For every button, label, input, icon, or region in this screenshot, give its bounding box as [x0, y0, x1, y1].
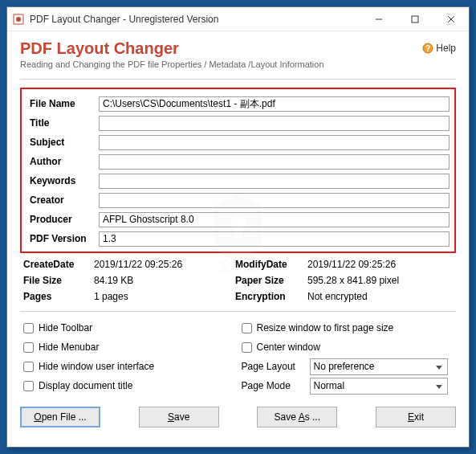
hide-toolbar-checkbox[interactable]: [23, 323, 34, 333]
hide-window-ui-checkbox[interactable]: [23, 362, 34, 372]
center-window-checkbox[interactable]: [242, 342, 252, 353]
file-name-label: File Name: [26, 98, 99, 109]
minimize-button[interactable]: [360, 7, 397, 31]
modify-date-value: 2019/11/22 09:25:26: [307, 259, 456, 270]
button-bar: Open File ... Save Save As ... Exit: [7, 395, 469, 439]
pdf-version-label: PDF Version: [26, 233, 99, 244]
hide-window-ui-label: Hide window user interface: [39, 361, 154, 372]
subject-input[interactable]: [99, 135, 450, 150]
titlebar-text: PDF Layout Changer - Unregistered Versio…: [30, 14, 360, 25]
svg-text:?: ?: [425, 44, 430, 53]
file-size-label: File Size: [20, 275, 94, 286]
resize-window-label: Resize window to first page size: [257, 322, 394, 333]
svg-point-1: [16, 17, 21, 22]
creator-label: Creator: [26, 194, 99, 206]
page-layout-value: No preference: [314, 361, 375, 372]
subject-label: Subject: [26, 137, 99, 148]
divider: [20, 311, 456, 312]
page-layout-label: Page Layout: [242, 361, 310, 372]
app-title: PDF Layout Changer: [20, 39, 456, 58]
encryption-label: Encryption: [235, 291, 307, 302]
center-window-label: Center window: [257, 342, 320, 353]
title-input[interactable]: [99, 116, 450, 131]
hide-menubar-checkbox[interactable]: [23, 342, 34, 353]
page-layout-select[interactable]: No preference: [310, 358, 449, 375]
title-label: Title: [26, 117, 99, 129]
modify-date-label: ModifyDate: [235, 259, 307, 270]
window-controls: [360, 7, 469, 31]
metadata-highlight-box: File Name Title Subject Author Keywords …: [20, 88, 456, 253]
create-date-label: CreateDate: [20, 259, 94, 270]
titlebar[interactable]: PDF Layout Changer - Unregistered Versio…: [7, 7, 469, 31]
file-name-input[interactable]: [99, 96, 450, 112]
exit-button[interactable]: Exit: [376, 407, 456, 427]
help-label: Help: [436, 43, 456, 54]
producer-label: Producer: [26, 214, 99, 225]
svg-rect-3: [412, 16, 418, 22]
create-date-value: 2019/11/22 09:25:26: [94, 259, 235, 270]
display-doc-title-label: Display document title: [39, 380, 132, 391]
page-mode-label: Page Mode: [242, 380, 310, 391]
file-size-value: 84.19 KB: [94, 275, 235, 286]
open-file-rest: pen File ...: [42, 411, 87, 423]
encryption-value: Not encrypted: [307, 291, 456, 302]
page-mode-value: Normal: [314, 380, 345, 391]
pages-label: Pages: [20, 291, 94, 302]
file-info-grid: CreateDate 2019/11/22 09:25:26 ModifyDat…: [20, 256, 456, 305]
open-file-button[interactable]: Open File ...: [20, 407, 100, 427]
author-label: Author: [26, 156, 99, 167]
maximize-button[interactable]: [397, 7, 433, 31]
page-mode-select[interactable]: Normal: [310, 378, 449, 395]
help-icon: ?: [422, 43, 433, 54]
author-input[interactable]: [99, 154, 450, 170]
producer-input[interactable]: [99, 212, 450, 227]
help-link[interactable]: ? Help: [422, 43, 456, 54]
hide-menubar-label: Hide Menubar: [39, 342, 99, 353]
app-subtitle: Reading and Changing the PDF file Proper…: [20, 59, 456, 69]
hide-toolbar-label: Hide Toolbar: [39, 322, 92, 333]
save-button[interactable]: Save: [139, 407, 219, 427]
save-as-button[interactable]: Save As ...: [257, 407, 337, 427]
close-button[interactable]: [433, 7, 469, 31]
pdf-version-input[interactable]: [99, 231, 450, 247]
resize-window-checkbox[interactable]: [242, 323, 252, 333]
pages-value: 1 pages: [94, 291, 235, 302]
header: PDF Layout Changer Reading and Changing …: [7, 31, 469, 74]
creator-input[interactable]: [99, 193, 450, 208]
app-icon: [12, 13, 25, 26]
keywords-input[interactable]: [99, 174, 450, 189]
layout-options: Hide Toolbar Hide Menubar Hide window us…: [20, 318, 456, 395]
paper-size-label: Paper Size: [235, 275, 307, 286]
display-doc-title-checkbox[interactable]: [23, 381, 34, 391]
paper-size-value: 595.28 x 841.89 pixel: [307, 275, 456, 286]
keywords-label: Keywords: [26, 175, 99, 186]
